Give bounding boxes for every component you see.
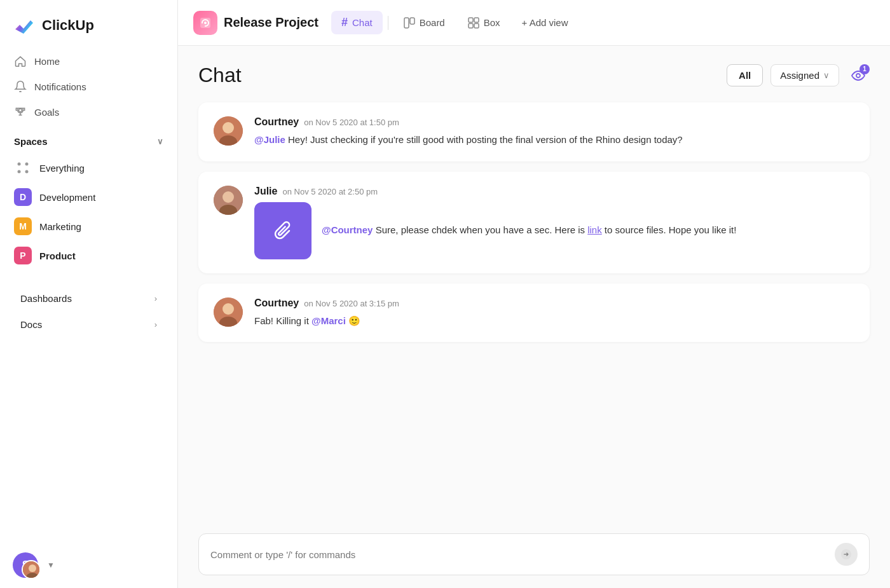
avatar	[214, 116, 243, 146]
tab-separator-1	[388, 16, 388, 30]
spaces-list: Everything D Development M Marketing P P…	[0, 153, 177, 270]
tab-board[interactable]: Board	[394, 12, 455, 34]
marketing-badge: M	[14, 217, 32, 235]
svg-point-1	[18, 163, 21, 166]
svg-rect-15	[474, 24, 479, 28]
message-author: Courtney	[254, 297, 299, 309]
message-content-2: to source files. Hope you like it!	[605, 224, 737, 235]
filter-dropdown-chevron-icon: ∨	[823, 71, 830, 80]
message-author: Courtney	[254, 116, 299, 128]
watch-button[interactable]: 1	[847, 64, 870, 87]
watch-count-badge: 1	[859, 64, 870, 74]
svg-rect-10	[404, 18, 409, 28]
sidebar-item-home[interactable]: Home	[6, 48, 171, 74]
home-icon	[14, 55, 27, 67]
user-profile[interactable]: S ▼	[0, 542, 177, 588]
spaces-label: Spaces	[14, 136, 48, 147]
svg-point-16	[856, 74, 860, 78]
message-text: @Courtney Sure, please chdek when you ha…	[322, 223, 736, 238]
svg-point-9	[204, 22, 207, 24]
svg-point-21	[222, 191, 234, 203]
mention-julie: @Julie	[254, 134, 285, 145]
sidebar-item-dashboards[interactable]: Dashboards ›	[6, 285, 171, 311]
source-link[interactable]: link	[587, 224, 602, 235]
tab-board-label: Board	[420, 17, 445, 28]
message-content: Fab! Killing it	[254, 315, 312, 326]
message-emoji: 🙂	[348, 315, 360, 326]
message-time: on Nov 5 2020 at 2:50 pm	[282, 187, 378, 196]
product-badge: P	[14, 247, 32, 264]
sidebar-item-everything[interactable]: Everything	[6, 153, 171, 182]
message-header: Julie on Nov 5 2020 at 2:50 pm	[254, 186, 854, 197]
comment-bar	[178, 523, 890, 588]
project-icon	[193, 11, 217, 35]
topbar: Release Project # Chat Board Box + Add v…	[178, 0, 890, 46]
sidebar-item-goals-label: Goals	[34, 107, 59, 118]
logo: ClickUp	[0, 0, 177, 48]
sidebar-item-product-label: Product	[39, 250, 76, 261]
table-row: Courtney on Nov 5 2020 at 3:15 pm Fab! K…	[198, 284, 870, 343]
message-with-attachment: @Courtney Sure, please chdek when you ha…	[254, 202, 854, 259]
user-caret-icon[interactable]: ▼	[47, 561, 55, 570]
user-photo	[22, 560, 41, 579]
message-author: Julie	[254, 186, 277, 197]
svg-point-3	[18, 170, 21, 174]
tab-chat-label: Chat	[352, 17, 373, 28]
spaces-header[interactable]: Spaces ∨	[0, 125, 177, 153]
everything-icon	[14, 159, 32, 177]
sidebar-item-notifications[interactable]: Notifications	[6, 74, 171, 99]
message-body: Courtney on Nov 5 2020 at 3:15 pm Fab! K…	[254, 297, 854, 329]
messages-list: Courtney on Nov 5 2020 at 1:50 pm @Julie…	[198, 102, 870, 342]
sidebar: ClickUp Home Notifications Goals Spaces …	[0, 0, 178, 588]
sidebar-item-notifications-label: Notifications	[34, 81, 86, 92]
message-body: Julie on Nov 5 2020 at 2:50 pm @Courtney…	[254, 186, 854, 259]
docs-label: Docs	[20, 319, 42, 330]
sidebar-item-docs[interactable]: Docs ›	[6, 311, 171, 338]
message-content: Hey! Just checking if you're still good …	[288, 134, 683, 145]
trophy-icon	[14, 106, 27, 118]
development-badge: D	[14, 188, 32, 206]
attachment-thumbnail[interactable]	[254, 202, 312, 259]
sidebar-item-marketing-label: Marketing	[39, 221, 81, 232]
message-body: Courtney on Nov 5 2020 at 1:50 pm @Julie…	[254, 116, 854, 147]
filter-all-button[interactable]: All	[727, 64, 763, 86]
clickup-logo-icon	[13, 14, 36, 37]
sidebar-item-goals[interactable]: Goals	[6, 99, 171, 125]
bell-icon	[14, 80, 27, 93]
sidebar-item-product[interactable]: P Product	[6, 241, 171, 270]
sidebar-item-everything-label: Everything	[39, 163, 85, 174]
add-view-button[interactable]: + Add view	[513, 12, 577, 33]
sidebar-item-marketing[interactable]: M Marketing	[6, 212, 171, 241]
send-icon	[840, 549, 852, 560]
message-time: on Nov 5 2020 at 3:15 pm	[304, 299, 399, 308]
add-view-label: + Add view	[522, 17, 568, 28]
tab-chat[interactable]: # Chat	[331, 11, 383, 34]
svg-point-6	[29, 564, 36, 572]
dashboards-label: Dashboards	[20, 293, 72, 304]
dashboards-chevron-icon: ›	[154, 294, 157, 303]
main-nav: Home Notifications Goals	[0, 48, 177, 125]
project-title: Release Project	[224, 15, 318, 30]
svg-point-4	[25, 170, 29, 174]
mention-marci: @Marci	[312, 315, 346, 326]
svg-rect-13	[474, 18, 479, 22]
chat-area: Chat All Assigned ∨ 1	[178, 46, 890, 523]
board-icon	[404, 17, 415, 29]
tab-box[interactable]: Box	[458, 12, 510, 34]
svg-point-18	[222, 122, 234, 133]
chat-title: Chat	[198, 64, 242, 87]
chat-header-controls: All Assigned ∨ 1	[727, 64, 870, 87]
main-content: Release Project # Chat Board Box + Add v…	[178, 0, 890, 588]
chat-header: Chat All Assigned ∨ 1	[198, 64, 870, 87]
sidebar-item-development[interactable]: D Development	[6, 182, 171, 212]
comment-input-wrap	[198, 533, 870, 575]
message-content: Sure, please chdek when you have a sec. …	[376, 224, 588, 235]
send-button[interactable]	[835, 543, 858, 566]
svg-rect-14	[469, 24, 473, 28]
comment-input[interactable]	[210, 549, 835, 560]
svg-point-0	[19, 109, 22, 112]
filter-assigned-dropdown[interactable]: Assigned ∨	[770, 64, 839, 86]
avatar	[214, 297, 243, 327]
filter-assigned-label: Assigned	[780, 70, 819, 81]
avatar	[214, 186, 243, 215]
